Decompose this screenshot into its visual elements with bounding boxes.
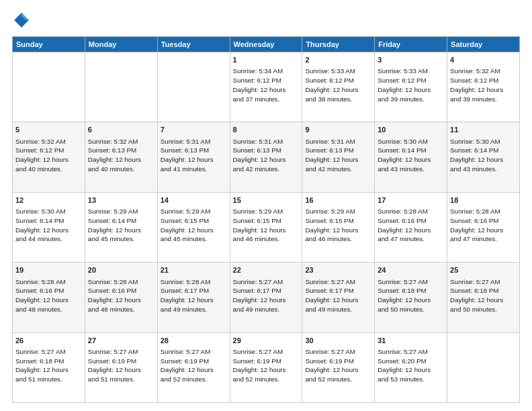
day-detail: and 47 minutes. [378,234,444,244]
day-detail: Daylight: 12 hours [305,155,371,165]
day-number: 14 [161,195,227,205]
day-detail: Sunrise: 5:31 AM [305,137,371,146]
day-detail: and 43 minutes. [378,165,444,174]
day-detail: Daylight: 12 hours [15,226,82,235]
day-number: 18 [450,195,517,205]
day-cell: 23Sunrise: 5:27 AMSunset: 6:17 PMDayligh… [302,263,375,332]
col-header-thursday: Thursday [302,37,375,52]
day-detail: Sunset: 6:12 PM [450,76,517,85]
day-detail: Sunset: 6:18 PM [450,286,517,295]
day-detail: and 49 minutes. [161,305,227,314]
day-cell: 20Sunrise: 5:28 AMSunset: 6:16 PMDayligh… [85,263,157,332]
day-detail: and 52 minutes. [305,375,371,384]
day-cell: 14Sunrise: 5:29 AMSunset: 6:15 PMDayligh… [157,192,230,262]
day-number: 13 [88,195,154,205]
day-detail: Sunrise: 5:27 AM [88,347,154,357]
day-detail: Sunset: 6:13 PM [233,146,300,155]
day-detail: Daylight: 12 hours [378,155,444,165]
day-number: 31 [378,336,444,346]
day-number: 11 [450,125,517,135]
day-number: 5 [15,125,82,135]
day-cell: 1Sunrise: 5:34 AMSunset: 6:12 PMDaylight… [230,52,302,122]
day-detail: Sunset: 6:17 PM [233,286,300,295]
day-detail: Sunrise: 5:30 AM [450,137,517,146]
day-detail: Sunset: 6:15 PM [305,216,371,226]
day-number: 22 [233,265,300,275]
day-cell: 12Sunrise: 5:30 AMSunset: 6:14 PMDayligh… [13,192,85,262]
day-detail: and 48 minutes. [15,305,82,314]
day-cell: 5Sunrise: 5:32 AMSunset: 6:12 PMDaylight… [13,122,85,192]
day-number: 8 [233,125,300,135]
day-detail: Sunset: 6:16 PM [15,286,82,295]
day-detail: and 50 minutes. [450,305,517,314]
day-number: 23 [305,265,371,275]
day-detail: Sunset: 6:19 PM [305,357,371,366]
day-cell: 28Sunrise: 5:27 AMSunset: 6:19 PMDayligh… [157,332,230,402]
day-number: 2 [305,55,371,65]
day-cell [85,52,157,122]
day-detail: Sunset: 6:15 PM [233,216,300,226]
day-detail: Sunrise: 5:27 AM [161,347,227,357]
col-header-sunday: Sunday [13,37,85,52]
day-detail: Daylight: 12 hours [378,226,444,235]
day-detail: and 38 minutes. [305,95,371,104]
day-cell: 21Sunrise: 5:28 AMSunset: 6:17 PMDayligh… [157,263,230,332]
day-detail: Sunrise: 5:27 AM [305,347,371,357]
day-detail: Daylight: 12 hours [233,295,300,305]
day-detail: Sunset: 6:14 PM [450,146,517,155]
day-cell: 30Sunrise: 5:27 AMSunset: 6:19 PMDayligh… [302,332,375,402]
day-cell: 10Sunrise: 5:30 AMSunset: 6:14 PMDayligh… [375,122,447,192]
day-detail: Sunrise: 5:31 AM [233,137,300,146]
day-number: 25 [450,265,517,275]
day-cell: 17Sunrise: 5:28 AMSunset: 6:16 PMDayligh… [375,192,447,262]
day-detail: and 45 minutes. [161,234,227,244]
day-detail: Daylight: 12 hours [305,85,371,95]
day-number: 27 [88,336,154,346]
day-number: 20 [88,265,154,275]
day-detail: Daylight: 12 hours [88,295,154,305]
logo-icon [12,11,31,30]
day-detail: Sunset: 6:18 PM [15,357,82,366]
day-cell [13,52,85,122]
day-detail: Sunrise: 5:29 AM [233,207,300,216]
day-number: 17 [378,195,444,205]
day-cell [447,332,520,402]
day-detail: Sunset: 6:19 PM [233,357,300,366]
day-detail: Daylight: 12 hours [378,295,444,305]
day-cell: 4Sunrise: 5:32 AMSunset: 6:12 PMDaylight… [447,52,520,122]
day-detail: Sunset: 6:13 PM [305,146,371,155]
day-detail: Sunset: 6:12 PM [305,76,371,85]
day-detail: and 44 minutes. [15,234,82,244]
day-detail: Daylight: 12 hours [305,295,371,305]
day-detail: and 52 minutes. [233,375,300,384]
col-header-tuesday: Tuesday [157,37,230,52]
day-cell: 26Sunrise: 5:27 AMSunset: 6:18 PMDayligh… [13,332,85,402]
day-number: 28 [161,336,227,346]
day-cell: 24Sunrise: 5:27 AMSunset: 6:18 PMDayligh… [375,263,447,332]
day-detail: Sunrise: 5:28 AM [161,277,227,287]
day-cell: 8Sunrise: 5:31 AMSunset: 6:13 PMDaylight… [230,122,302,192]
day-detail: Sunset: 6:13 PM [88,146,154,155]
day-detail: and 43 minutes. [450,165,517,174]
day-detail: and 46 minutes. [233,234,300,244]
day-detail: Sunrise: 5:33 AM [378,66,444,76]
day-cell: 22Sunrise: 5:27 AMSunset: 6:17 PMDayligh… [230,263,302,332]
header [12,11,520,30]
day-detail: and 47 minutes. [450,234,517,244]
day-cell: 18Sunrise: 5:28 AMSunset: 6:16 PMDayligh… [447,192,520,262]
day-detail: Sunset: 6:16 PM [378,216,444,226]
day-cell: 2Sunrise: 5:33 AMSunset: 6:12 PMDaylight… [302,52,375,122]
day-detail: Sunset: 6:16 PM [88,286,154,295]
day-detail: and 50 minutes. [378,305,444,314]
day-detail: Sunrise: 5:27 AM [378,347,444,357]
day-cell: 25Sunrise: 5:27 AMSunset: 6:18 PMDayligh… [447,263,520,332]
day-detail: Sunrise: 5:33 AM [305,66,371,76]
day-detail: and 45 minutes. [88,234,154,244]
day-detail: and 46 minutes. [305,234,371,244]
day-detail: and 40 minutes. [88,165,154,174]
day-detail: Sunrise: 5:28 AM [15,277,82,287]
day-cell: 11Sunrise: 5:30 AMSunset: 6:14 PMDayligh… [447,122,520,192]
page: SundayMondayTuesdayWednesdayThursdayFrid… [0,0,532,411]
day-detail: and 40 minutes. [15,165,82,174]
day-detail: and 42 minutes. [305,165,371,174]
